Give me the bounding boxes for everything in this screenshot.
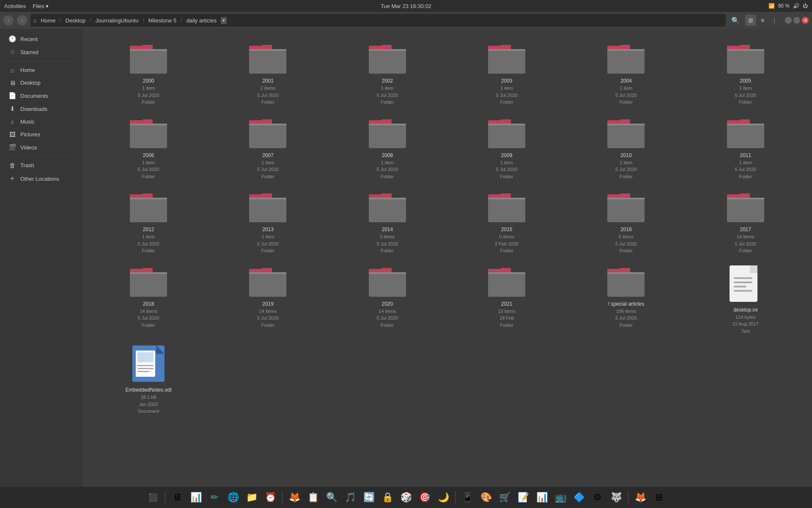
sidebar-item-home[interactable]: ⌂ Home <box>2 64 80 76</box>
folder-item[interactable]: 2016 6 items5 Jul 2020Folder <box>568 186 684 257</box>
folder-icon <box>725 190 766 224</box>
folder-icon <box>606 116 646 150</box>
breadcrumb-home[interactable]: Home <box>37 17 59 25</box>
taskbar-app2[interactable]: 🔒 <box>379 489 396 506</box>
svg-rect-26 <box>369 124 406 125</box>
file-name: 2018 <box>143 301 154 307</box>
taskbar-notes[interactable]: 📝 <box>515 489 532 506</box>
svg-rect-36 <box>130 198 167 222</box>
taskbar-browser[interactable]: 🌐 <box>225 489 241 506</box>
breadcrumb-dropdown[interactable]: ▾ <box>221 17 227 24</box>
taskbar-monitor[interactable]: 📊 <box>187 489 204 506</box>
search-button[interactable]: 🔍 <box>729 14 742 27</box>
taskbar-firefox[interactable]: 🦊 <box>286 489 303 506</box>
taskbar-3d2[interactable]: 🔷 <box>571 489 587 506</box>
sidebar-item-documents[interactable]: 📄 Documents <box>2 89 80 102</box>
folder-item[interactable]: 2010 1 item5 Jul 2020Folder <box>568 112 684 183</box>
files-menu-label[interactable]: Files ▾ <box>33 3 49 9</box>
folder-icon <box>606 265 646 298</box>
folder-item[interactable]: 2005 1 item5 Jul 2020Folder <box>688 37 804 108</box>
sidebar-item-music[interactable]: ♪ Music <box>2 116 80 128</box>
breadcrumb-desktop[interactable]: Desktop <box>62 17 89 25</box>
power-icon[interactable]: ⏻ <box>803 3 808 9</box>
folder-item[interactable]: 2008 1 item5 Jul 2020Folder <box>329 112 445 183</box>
folder-item[interactable]: 2000 1 item5 Jul 2020Folder <box>91 37 206 108</box>
taskbar-terminal[interactable]: 🖥 <box>169 489 186 506</box>
grid-view-button[interactable]: ⊞ <box>745 15 756 26</box>
folder-item[interactable]: 2019 14 items5 Jul 2020Folder <box>210 260 326 337</box>
breadcrumb-journaling[interactable]: JournalingUbuntu <box>92 17 142 25</box>
folder-item[interactable]: 2018 14 items5 Jul 2020Folder <box>91 260 206 337</box>
folder-item[interactable]: 2017 14 items5 Jul 2020Folder <box>688 186 804 257</box>
back-button[interactable]: ‹ <box>3 15 14 25</box>
folder-item[interactable]: 2002 1 item5 Jul 2020Folder <box>329 37 445 108</box>
list-view-button[interactable]: ≡ <box>757 15 768 26</box>
sidebar-item-pictures[interactable]: 🖼 Pictures <box>2 128 80 141</box>
svg-rect-72 <box>734 286 746 287</box>
svg-rect-62 <box>369 272 406 274</box>
folder-item[interactable]: 2011 1 item5 Jul 2020Folder <box>688 112 804 183</box>
folder-item[interactable]: 2001 2 items5 Jul 2020Folder <box>210 37 326 108</box>
svg-rect-18 <box>130 124 167 148</box>
sidebar-item-other-locations[interactable]: + Other Locations <box>2 172 80 186</box>
taskbar-app4[interactable]: 🌙 <box>435 489 452 506</box>
file-item-desktop-ini[interactable]: desktop.ini 114 bytes12 Aug 2017Text <box>688 260 804 337</box>
taskbar-app3[interactable]: 🎯 <box>416 489 433 506</box>
folder-item[interactable]: 2004 1 item5 Jul 2020Folder <box>568 37 684 108</box>
taskbar-editor[interactable]: ✏ <box>206 489 223 506</box>
folder-item[interactable]: 2021 13 items18 FebFolder <box>449 260 565 337</box>
svg-rect-21 <box>249 124 286 148</box>
folder-icon <box>247 265 288 298</box>
taskbar-presentation[interactable]: 📺 <box>552 489 569 506</box>
file-meta: 1 item5 Jul 2020Folder <box>138 85 159 106</box>
maximize-button[interactable]: □ <box>793 17 800 24</box>
taskbar-app6[interactable]: 🎨 <box>477 489 494 506</box>
forward-button[interactable]: › <box>17 15 27 25</box>
taskbar-search[interactable]: 🔍 <box>323 489 340 506</box>
svg-rect-66 <box>607 272 645 297</box>
folder-item[interactable]: 2012 1 item5 Jul 2020Folder <box>91 186 206 257</box>
taskbar-activities[interactable]: ⬛ <box>145 489 162 506</box>
svg-rect-47 <box>488 198 525 199</box>
taskbar-music-app[interactable]: 🎵 <box>342 489 359 506</box>
taskbar-wolf[interactable]: 🐺 <box>608 489 625 506</box>
folder-item[interactable]: 2006 1 item5 Jul 2020Folder <box>91 112 206 183</box>
breadcrumb-daily[interactable]: daily articles <box>183 17 220 25</box>
taskbar-spreadsheet[interactable]: 📊 <box>533 489 550 506</box>
folder-item[interactable]: 2003 1 item5 Jul 2020Folder <box>449 37 565 108</box>
sidebar-item-trash[interactable]: 🗑 Trash <box>2 159 80 171</box>
taskbar-app5[interactable]: 📱 <box>459 489 476 506</box>
file-name: 2004 <box>620 78 632 84</box>
file-item-embedded-notes[interactable]: EmbeddedNotes.odt 18.1 kBJan 2020Documen… <box>91 340 206 417</box>
sidebar-item-desktop[interactable]: 🖥 Desktop <box>2 77 80 89</box>
sidebar-item-downloads[interactable]: ⬇ Downloads <box>2 102 80 115</box>
activities-label[interactable]: Activities <box>4 3 26 9</box>
folder-icon <box>486 41 527 75</box>
view-options-button[interactable]: ⋮ <box>769 15 780 26</box>
folder-item[interactable]: 2014 3 items5 Jul 2020Folder <box>329 186 445 257</box>
folder-item[interactable]: 2009 1 item5 Jul 2020Folder <box>449 112 565 183</box>
taskbar-app8[interactable]: 🦊 <box>632 489 649 506</box>
taskbar-3d[interactable]: 🎲 <box>398 489 414 506</box>
taskbar-update[interactable]: 🔄 <box>360 489 377 506</box>
folder-icon <box>247 41 288 75</box>
folder-item[interactable]: 2020 14 items5 Jul 2020Folder <box>329 260 445 337</box>
downloads-icon: ⬇ <box>8 105 16 113</box>
sidebar-item-videos[interactable]: 🎬 Videos <box>2 141 80 154</box>
taskbar-app1[interactable]: 📋 <box>304 489 321 506</box>
folder-item[interactable]: 2015 0 items2 Feb 2020Folder <box>449 186 565 257</box>
breadcrumb-milestone[interactable]: Milestone 5 <box>145 17 180 25</box>
taskbar-files[interactable]: 📁 <box>243 489 260 506</box>
folder-item[interactable]: ! special articles 106 items5 Jul 2020Fo… <box>568 260 684 337</box>
taskbar-grid[interactable]: ⊞ <box>650 489 667 506</box>
folder-item[interactable]: 2013 1 item5 Jul 2020Folder <box>210 186 326 257</box>
minimize-button[interactable]: – <box>785 17 792 24</box>
taskbar-app7[interactable]: ⚙ <box>589 489 606 506</box>
taskbar-store[interactable]: 🛒 <box>496 489 513 506</box>
taskbar-clock[interactable]: ⏰ <box>262 489 279 506</box>
close-button[interactable]: ✕ <box>802 17 809 24</box>
sidebar-item-starred[interactable]: ☆ Starred <box>2 46 80 58</box>
file-name: 2017 <box>740 226 751 232</box>
folder-item[interactable]: 2007 1 item5 Jul 2020Folder <box>210 112 326 183</box>
sidebar-item-recent[interactable]: 🕐 Recent <box>2 33 80 45</box>
